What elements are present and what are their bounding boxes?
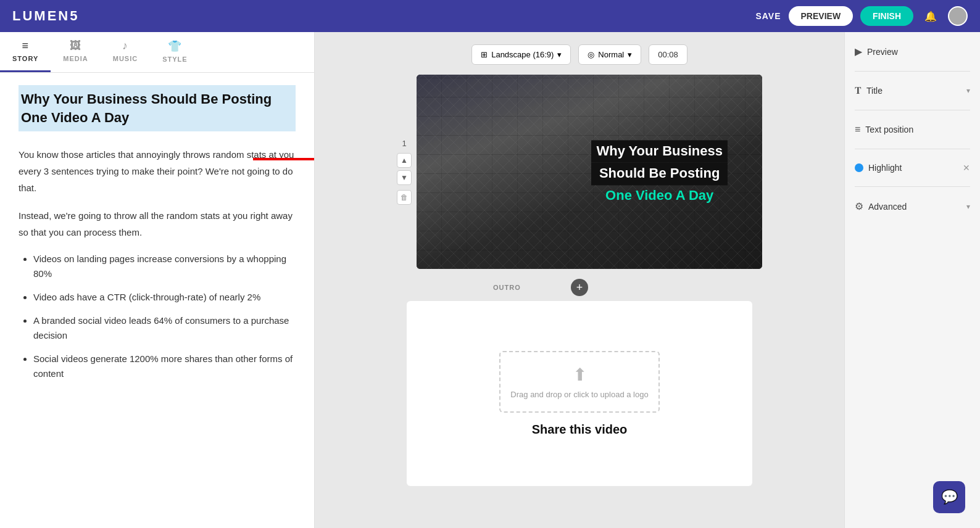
- preview-button[interactable]: PREVIEW: [789, 6, 853, 26]
- title-label: Title: [866, 86, 882, 96]
- story-bullet-2: Video ads have a CTR (click-through-rate…: [33, 290, 296, 305]
- tab-music[interactable]: ♪ MUSIC: [101, 32, 150, 72]
- center-toolbar: ⊞ Landscape (16:9) ▾ ◎ Normal ▾ 00:08: [471, 44, 687, 65]
- overlay-line2: Should Be Posting: [591, 163, 728, 186]
- scene-up-btn[interactable]: ▲: [397, 153, 412, 168]
- highlight-dot-icon: [855, 163, 863, 172]
- avatar[interactable]: [948, 6, 968, 26]
- layout-chevron-icon: ▾: [557, 50, 562, 59]
- title-item[interactable]: 𝐓 Title ▾: [855, 81, 970, 100]
- tab-style[interactable]: 👕 STYLE: [150, 32, 199, 72]
- top-nav: LUMEN5 SAVE PREVIEW FINISH 🔔: [0, 0, 980, 32]
- share-title: Share this video: [532, 423, 628, 437]
- quality-dropdown[interactable]: ◎ Normal ▾: [578, 44, 641, 65]
- nav-right: SAVE PREVIEW FINISH 🔔: [755, 6, 968, 26]
- layout-dropdown[interactable]: ⊞ Landscape (16:9) ▾: [471, 44, 571, 65]
- advanced-chevron-icon: ▾: [966, 202, 970, 211]
- logo: LUMEN5: [12, 8, 79, 24]
- main-layout: ≡ STORY 🖼 MEDIA ♪ MUSIC 👕 STYLE Why Your…: [0, 32, 980, 528]
- tab-story[interactable]: ≡ STORY: [0, 32, 51, 72]
- quality-chevron-icon: ▾: [628, 50, 632, 59]
- add-scene-button[interactable]: +: [571, 279, 588, 296]
- tab-media[interactable]: 🖼 MEDIA: [51, 32, 100, 72]
- story-bullet-4: Social videos generate 1200% more shares…: [33, 352, 296, 381]
- title-chevron-icon: ▾: [966, 86, 970, 95]
- tab-media-label: MEDIA: [63, 55, 88, 62]
- highlight-label: Highlight: [868, 163, 902, 173]
- story-title-text: Why Your Business Should Be Posting One …: [21, 91, 272, 125]
- tab-style-label: STYLE: [162, 56, 187, 63]
- advanced-label: Advanced: [868, 202, 907, 212]
- story-content: Why Your Business Should Be Posting One …: [0, 73, 314, 528]
- text-position-item[interactable]: ≡ Text position: [855, 120, 970, 139]
- selected-title-container: Why Your Business Should Be Posting One …: [19, 85, 296, 146]
- advanced-item[interactable]: ⚙ Advanced ▾: [855, 197, 970, 216]
- quality-label: Normal: [598, 50, 624, 59]
- upload-text: Drag and drop or click to upload a logo: [510, 390, 648, 399]
- text-position-icon: ≡: [855, 124, 860, 135]
- right-panel: ▶ Preview 𝐓 Title ▾ ≡ Text position High…: [844, 32, 980, 528]
- scene-wrapper-1: 1 ▲ ▼ 🗑 Why Your Busine: [397, 75, 762, 269]
- scene-down-btn[interactable]: ▼: [397, 170, 412, 185]
- music-icon: ♪: [122, 39, 128, 52]
- tab-music-label: MUSIC: [113, 55, 138, 62]
- divider-3: [855, 149, 970, 149]
- advanced-icon: ⚙: [855, 200, 863, 212]
- story-body: You know those articles that annoyingly …: [19, 146, 296, 381]
- preview-item[interactable]: ▶ Preview: [855, 42, 970, 61]
- story-icon: ≡: [22, 39, 29, 52]
- save-button[interactable]: SAVE: [755, 11, 781, 21]
- upload-icon: ⬆: [573, 365, 587, 385]
- text-position-label: Text position: [865, 125, 913, 134]
- layout-label: Landscape (16:9): [491, 50, 554, 59]
- divider-4: [855, 186, 970, 187]
- preview-label: Preview: [867, 47, 898, 57]
- highlight-row[interactable]: Highlight ✕: [855, 159, 970, 176]
- center-area: ⊞ Landscape (16:9) ▾ ◎ Normal ▾ 00:08 1 …: [315, 32, 844, 528]
- scene-controls-1: 1 ▲ ▼ 🗑: [397, 139, 412, 205]
- video-text-overlay: Why Your Business Should Be Posting One …: [591, 140, 728, 204]
- play-icon: ▶: [855, 46, 862, 57]
- divider-2: [855, 110, 970, 110]
- title-icon: 𝐓: [855, 85, 862, 96]
- tab-story-label: STORY: [12, 55, 38, 62]
- quality-icon: ◎: [588, 50, 594, 59]
- scene-delete-btn[interactable]: 🗑: [397, 190, 412, 205]
- scene-number: 1: [397, 139, 412, 148]
- left-panel: ≡ STORY 🖼 MEDIA ♪ MUSIC 👕 STYLE Why Your…: [0, 32, 315, 528]
- time-display: 00:08: [649, 44, 687, 65]
- finish-button[interactable]: FINISH: [860, 6, 913, 26]
- overlay-line3: One Video A Day: [591, 188, 728, 204]
- overlay-line1: Why Your Business: [591, 140, 728, 163]
- style-icon: 👕: [168, 39, 182, 53]
- chat-icon: 💬: [941, 489, 958, 505]
- story-bullet-1: Videos on landing pages increase convers…: [33, 252, 296, 281]
- video-card-1[interactable]: Why Your Business Should Be Posting One …: [417, 75, 762, 269]
- story-paragraph-2: Instead, we're going to throw all the ra…: [19, 207, 296, 241]
- outro-label: OUTRO: [493, 284, 521, 291]
- nav-icons: 🔔: [921, 6, 968, 26]
- avatar-circle: [948, 6, 968, 26]
- story-bullet-3: A branded social video leads 64% of cons…: [33, 313, 296, 343]
- story-title[interactable]: Why Your Business Should Be Posting One …: [19, 85, 296, 131]
- story-paragraph-1: You know those articles that annoyingly …: [19, 146, 296, 196]
- chat-button[interactable]: 💬: [933, 481, 965, 513]
- divider-1: [855, 71, 970, 72]
- outro-card[interactable]: ⬆ Drag and drop or click to upload a log…: [407, 301, 752, 486]
- highlight-close-icon[interactable]: ✕: [963, 163, 970, 173]
- story-bullets: Videos on landing pages increase convers…: [19, 252, 296, 381]
- media-icon: 🖼: [70, 39, 81, 52]
- layout-icon: ⊞: [481, 50, 488, 59]
- upload-box[interactable]: ⬆ Drag and drop or click to upload a log…: [499, 351, 660, 413]
- tab-bar: ≡ STORY 🖼 MEDIA ♪ MUSIC 👕 STYLE: [0, 32, 314, 73]
- add-scene-row: OUTRO +: [571, 274, 588, 301]
- notifications-icon[interactable]: 🔔: [921, 6, 941, 26]
